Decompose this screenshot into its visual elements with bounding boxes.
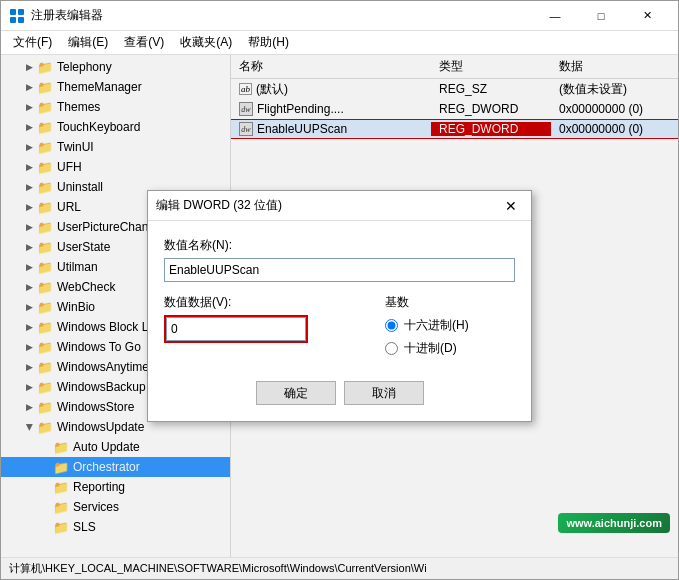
base-section: 基数 十六进制(H) 十进制(D) (385, 294, 515, 357)
name-field-label: 数值名称(N): (164, 237, 515, 254)
dialog-body: 数值名称(N): 数值数据(V): 基数 (148, 221, 531, 421)
close-button[interactable]: ✕ (624, 1, 670, 31)
cancel-button[interactable]: 取消 (344, 381, 424, 405)
svg-rect-3 (18, 17, 24, 23)
value-base-row: 数值数据(V): 基数 十六进制(H) (164, 294, 515, 357)
dialog-title: 编辑 DWORD (32 位值) (156, 197, 499, 214)
base-radio-group: 十六进制(H) 十进制(D) (385, 317, 515, 357)
main-area: 📁Telephony📁ThemeManager📁Themes📁TouchKeyb… (1, 55, 678, 557)
value-field-label: 数值数据(V): (164, 294, 369, 311)
ok-button[interactable]: 确定 (256, 381, 336, 405)
dialog-buttons: 确定 取消 (164, 373, 515, 405)
watermark-text: www.aichunji.com (558, 513, 670, 533)
edit-dword-dialog: 编辑 DWORD (32 位值) ✕ 数值名称(N): 数值数据(V): (147, 190, 532, 422)
dec-radio-label: 十进制(D) (404, 340, 457, 357)
window-controls: — □ ✕ (532, 1, 670, 31)
dialog-close-button[interactable]: ✕ (499, 194, 523, 218)
menu-help[interactable]: 帮助(H) (240, 32, 297, 54)
hex-radio[interactable] (385, 319, 398, 332)
menu-view[interactable]: 查看(V) (116, 32, 172, 54)
dec-radio-item[interactable]: 十进制(D) (385, 340, 515, 357)
dialog-overlay: 编辑 DWORD (32 位值) ✕ 数值名称(N): 数值数据(V): (1, 55, 678, 557)
status-bar: 计算机\HKEY_LOCAL_MACHINE\SOFTWARE\Microsof… (1, 557, 678, 579)
maximize-button[interactable]: □ (578, 1, 624, 31)
minimize-button[interactable]: — (532, 1, 578, 31)
status-text: 计算机\HKEY_LOCAL_MACHINE\SOFTWARE\Microsof… (9, 561, 427, 576)
svg-rect-1 (18, 9, 24, 15)
value-section: 数值数据(V): (164, 294, 369, 357)
menu-bar: 文件(F) 编辑(E) 查看(V) 收藏夹(A) 帮助(H) (1, 31, 678, 55)
menu-edit[interactable]: 编辑(E) (60, 32, 116, 54)
svg-rect-2 (10, 17, 16, 23)
menu-file[interactable]: 文件(F) (5, 32, 60, 54)
title-bar: 注册表编辑器 — □ ✕ (1, 1, 678, 31)
window-title: 注册表编辑器 (31, 7, 532, 24)
dialog-title-bar: 编辑 DWORD (32 位值) ✕ (148, 191, 531, 221)
watermark: www.aichunji.com (558, 513, 670, 533)
menu-favorites[interactable]: 收藏夹(A) (172, 32, 240, 54)
dec-radio[interactable] (385, 342, 398, 355)
value-input-wrapper (164, 315, 308, 343)
app-icon (9, 8, 25, 24)
hex-radio-label: 十六进制(H) (404, 317, 469, 334)
base-label: 基数 (385, 294, 515, 311)
hex-radio-item[interactable]: 十六进制(H) (385, 317, 515, 334)
main-window: 注册表编辑器 — □ ✕ 文件(F) 编辑(E) 查看(V) 收藏夹(A) 帮助… (0, 0, 679, 580)
value-input[interactable] (166, 317, 306, 341)
name-input[interactable] (164, 258, 515, 282)
svg-rect-0 (10, 9, 16, 15)
